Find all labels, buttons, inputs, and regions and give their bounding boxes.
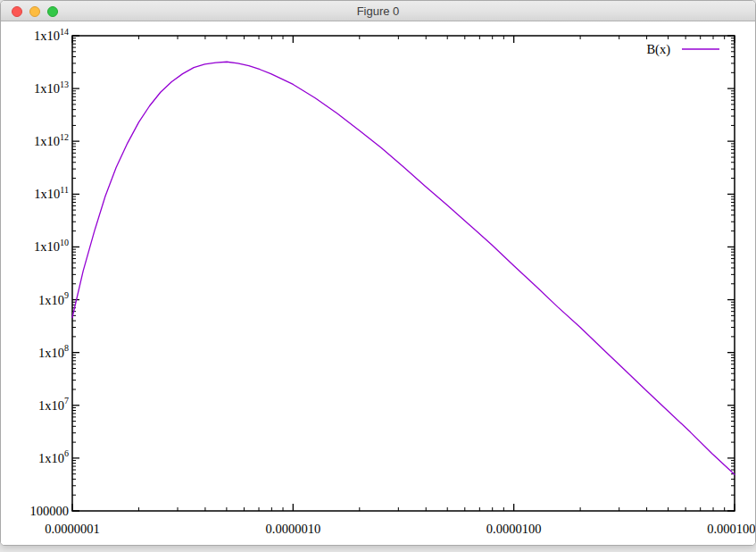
- y-tick-label: 1x1012: [34, 132, 69, 149]
- axis-ticks: [72, 36, 735, 511]
- y-tick-label: 1x1010: [34, 238, 69, 255]
- y-tick-label: 1x1011: [34, 185, 69, 202]
- y-tick-label: 1x107: [38, 396, 69, 413]
- legend-label: B(x): [646, 42, 670, 57]
- x-tick-label: 0.0000001: [45, 522, 100, 536]
- y-tick-label: 1x106: [38, 448, 69, 465]
- y-tick-label: 1x108: [38, 343, 69, 360]
- plot-canvas: 0.00000010.00000100.00001000.00010001000…: [1, 21, 755, 545]
- window-title: Figure 0: [1, 1, 755, 21]
- x-tick-label: 0.0000100: [486, 522, 542, 536]
- figure-window: Figure 0 0.00000010.00000100.00001000.00…: [0, 0, 756, 546]
- curve-bx: [72, 62, 735, 474]
- y-tick-label: 1x109: [38, 290, 69, 307]
- y-tick-label: 100000: [30, 504, 70, 518]
- y-axis-labels: 1000001x1061x1071x1081x1091x10101x10111x…: [30, 27, 70, 519]
- plot-border: [72, 36, 735, 511]
- y-tick-label: 1x1013: [34, 79, 69, 96]
- x-tick-label: 0.0001000: [707, 522, 755, 536]
- legend: B(x): [646, 42, 719, 57]
- x-axis-labels: 0.00000010.00000100.00001000.0001000: [45, 522, 755, 536]
- chart: 0.00000010.00000100.00001000.00010001000…: [1, 21, 755, 545]
- x-tick-label: 0.0000010: [266, 522, 321, 536]
- titlebar[interactable]: Figure 0: [1, 1, 755, 21]
- y-tick-label: 1x1014: [34, 27, 69, 44]
